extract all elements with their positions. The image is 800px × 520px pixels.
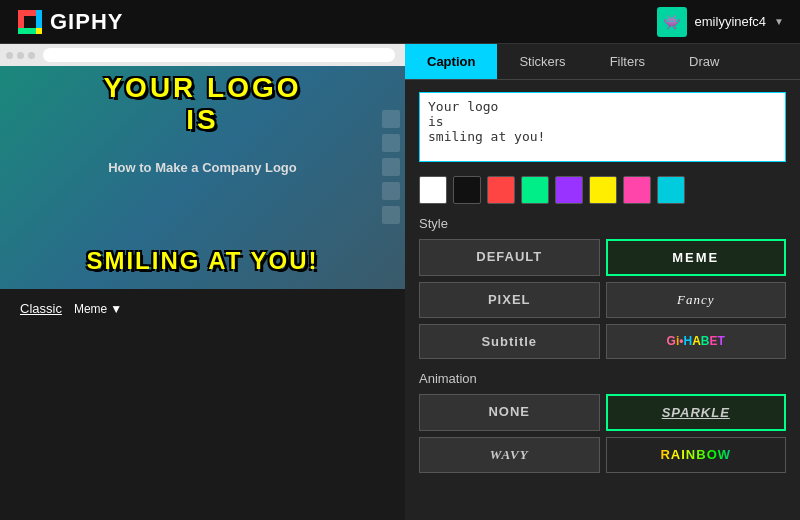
svg-rect-2 <box>36 10 42 16</box>
tab-stickers[interactable]: Stickers <box>497 44 587 79</box>
caption-input-wrapper: Your logo is smiling at you! <box>419 92 786 166</box>
tab-draw[interactable]: Draw <box>667 44 741 79</box>
right-content: Your logo is smiling at you! Style DEFAU… <box>405 80 800 520</box>
classic-style-button[interactable]: Classic <box>16 299 66 318</box>
swatch-red[interactable] <box>487 176 515 204</box>
animation-grid: NONE SPARKLE WAVY RAINBOW <box>419 394 786 473</box>
svg-rect-7 <box>24 28 36 34</box>
header: GIPHY 👾 emilyyinefc4 ▼ <box>0 0 800 44</box>
video-middle-text: How to Make a Company Logo <box>41 159 365 174</box>
meme-style-dropdown[interactable]: Meme ▼ <box>74 302 122 316</box>
anim-option-sparkle[interactable]: SPARKLE <box>606 394 787 431</box>
swatch-purple[interactable] <box>555 176 583 204</box>
style-option-alphabet[interactable]: Gi•HABET <box>606 324 787 359</box>
logo-text: GIPHY <box>50 9 123 35</box>
tab-bar: Caption Stickers Filters Draw <box>405 44 800 80</box>
side-icon-2 <box>382 134 400 152</box>
anim-option-rainbow[interactable]: RAINBOW <box>606 437 787 473</box>
swatch-black[interactable] <box>453 176 481 204</box>
browser-dot-2 <box>17 52 24 59</box>
browser-dot-3 <box>28 52 35 59</box>
style-section-label: Style <box>419 216 786 231</box>
svg-rect-5 <box>24 10 36 16</box>
browser-dot-1 <box>6 52 13 59</box>
browser-url-bar <box>43 48 395 62</box>
left-panel: YOUR LOGO IS How to Make a Company Logo … <box>0 44 405 520</box>
side-icon-4 <box>382 182 400 200</box>
style-option-meme[interactable]: MEME <box>606 239 787 276</box>
style-option-pixel[interactable]: PIXEL <box>419 282 600 318</box>
swatch-yellow[interactable] <box>589 176 617 204</box>
video-caption-bottom: SMILING AT YOU! <box>10 247 395 275</box>
username-label: emilyyinefc4 <box>695 14 767 29</box>
anim-option-none[interactable]: NONE <box>419 394 600 431</box>
animation-section-label: Animation <box>419 371 786 386</box>
main-layout: YOUR LOGO IS How to Make a Company Logo … <box>0 44 800 520</box>
style-option-default[interactable]: DEFAULT <box>419 239 600 276</box>
meme-dropdown-arrow: ▼ <box>110 302 122 316</box>
logo-area: GIPHY <box>16 8 123 36</box>
color-swatches <box>419 176 786 204</box>
caption-textarea[interactable]: Your logo is smiling at you! <box>419 92 786 162</box>
giphy-logo-icon <box>16 8 44 36</box>
swatch-pink[interactable] <box>623 176 651 204</box>
anim-option-wavy[interactable]: WAVY <box>419 437 600 473</box>
video-side-icons <box>382 110 400 224</box>
side-icon-1 <box>382 110 400 128</box>
style-option-subtitle[interactable]: Subtitle <box>419 324 600 359</box>
tab-caption[interactable]: Caption <box>405 44 497 79</box>
style-option-fancy[interactable]: Fancy <box>606 282 787 318</box>
video-preview: YOUR LOGO IS How to Make a Company Logo … <box>0 44 405 289</box>
chevron-down-icon: ▼ <box>774 16 784 27</box>
video-caption-top: YOUR LOGO <box>103 72 301 104</box>
avatar: 👾 <box>657 7 687 37</box>
side-icon-5 <box>382 206 400 224</box>
swatch-white[interactable] <box>419 176 447 204</box>
tab-filters[interactable]: Filters <box>588 44 667 79</box>
style-grid: DEFAULT MEME PIXEL Fancy Subtitle Gi•HAB… <box>419 239 786 359</box>
meme-label: Meme <box>74 302 107 316</box>
avatar-emoji: 👾 <box>663 14 680 30</box>
svg-rect-1 <box>18 28 24 34</box>
swatch-cyan[interactable] <box>657 176 685 204</box>
browser-bar <box>0 44 405 66</box>
user-area[interactable]: 👾 emilyyinefc4 ▼ <box>657 7 784 37</box>
right-panel: Caption Stickers Filters Draw Your logo … <box>405 44 800 520</box>
svg-rect-0 <box>18 10 24 16</box>
svg-rect-3 <box>36 28 42 34</box>
svg-rect-6 <box>36 16 42 28</box>
swatch-green[interactable] <box>521 176 549 204</box>
video-caption-is: IS <box>103 104 301 136</box>
side-icon-3 <box>382 158 400 176</box>
svg-rect-4 <box>18 16 24 28</box>
bottom-toolbar: Classic Meme ▼ <box>0 289 405 328</box>
